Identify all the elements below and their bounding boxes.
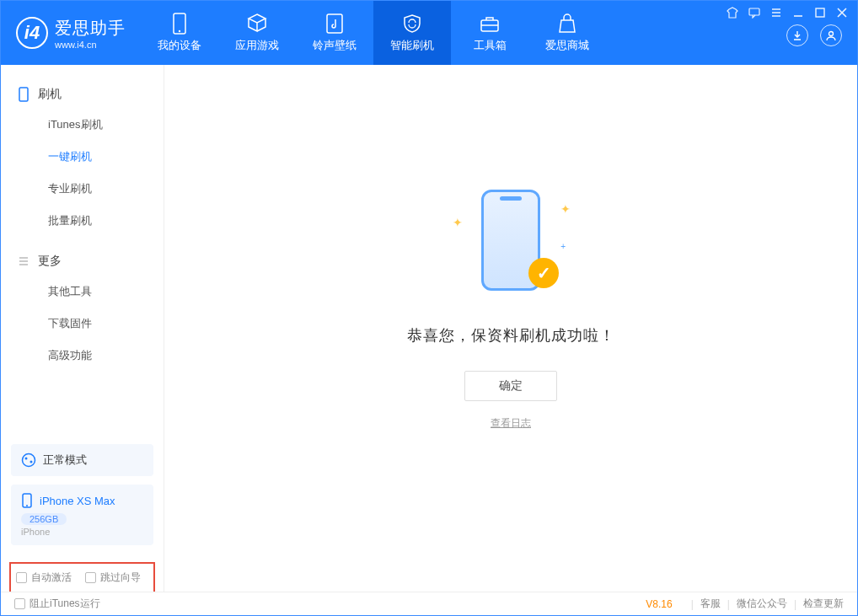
device-icon	[169, 13, 190, 35]
success-message: 恭喜您，保资料刷机成功啦！	[407, 325, 615, 345]
svg-point-9	[25, 458, 28, 460]
auto-activate-checkbox[interactable]: 自动激活	[16, 570, 72, 585]
svg-point-10	[30, 461, 33, 463]
nav-toolbox[interactable]: 工具箱	[451, 1, 528, 65]
nav-my-device[interactable]: 我的设备	[141, 1, 218, 65]
checkbox-label: 跳过向导	[100, 570, 141, 585]
sidebar-section-more: 更多	[1, 247, 164, 276]
check-badge-icon: ✓	[528, 258, 559, 288]
user-button[interactable]	[820, 24, 842, 46]
app-header: i4 爱思助手 www.i4.cn 我的设备 应用游戏 铃声壁纸 智能刷机 工具…	[1, 1, 857, 65]
sparkle-icon: +	[560, 242, 566, 251]
status-bar: 阻止iTunes运行 V8.16 | 客服 | 微信公众号 | 检查更新	[1, 592, 857, 615]
checkbox-label: 自动激活	[31, 570, 72, 585]
footer-link-support[interactable]: 客服	[700, 597, 721, 611]
device-card[interactable]: iPhone XS Max 256GB iPhone	[11, 485, 153, 545]
svg-point-12	[26, 505, 28, 506]
nav-apps-games[interactable]: 应用游戏	[218, 1, 296, 65]
nav-label: 应用游戏	[235, 38, 279, 53]
sidebar-item-download-firmware[interactable]: 下载固件	[1, 308, 164, 340]
phone-icon	[18, 87, 29, 102]
sidebar-item-itunes-flash[interactable]: iTunes刷机	[1, 109, 164, 141]
cube-icon	[246, 13, 268, 35]
footer-link-wechat[interactable]: 微信公众号	[737, 597, 787, 611]
sparkle-icon: ✦	[560, 202, 571, 216]
svg-rect-2	[327, 14, 342, 33]
nav-label: 智能刷机	[390, 38, 434, 53]
refresh-shield-icon	[401, 13, 423, 35]
version-label: V8.16	[646, 598, 672, 610]
app-logo: i4 爱思助手 www.i4.cn	[1, 17, 141, 50]
checkbox-icon	[16, 572, 27, 583]
nav-smart-flash[interactable]: 智能刷机	[373, 1, 451, 65]
checkbox-icon	[14, 598, 25, 609]
block-itunes-checkbox[interactable]: 阻止iTunes运行	[14, 597, 100, 611]
checkbox-label: 阻止iTunes运行	[29, 597, 100, 611]
close-button[interactable]	[835, 6, 849, 19]
view-log-link[interactable]: 查看日志	[491, 416, 531, 431]
device-phone-icon	[21, 493, 33, 508]
svg-point-1	[179, 30, 180, 32]
sidebar-section-flash: 刷机	[1, 80, 164, 109]
footer-link-update[interactable]: 检查更新	[803, 597, 844, 611]
sidebar-item-batch-flash[interactable]: 批量刷机	[1, 205, 164, 237]
skip-guide-checkbox[interactable]: 跳过向导	[85, 570, 141, 585]
menu-icon[interactable]	[770, 6, 783, 19]
music-file-icon	[324, 13, 346, 35]
app-subtitle: www.i4.cn	[55, 40, 126, 50]
sidebar-item-oneclick-flash[interactable]: 一键刷机	[1, 141, 164, 173]
ok-button[interactable]: 确定	[464, 371, 557, 401]
logo-icon: i4	[16, 17, 48, 49]
main-content: ✦ ✦ + ✓ 恭喜您，保资料刷机成功啦！ 确定 查看日志	[164, 65, 857, 593]
shirt-icon[interactable]	[726, 6, 739, 19]
nav-label: 我的设备	[158, 38, 201, 53]
mode-label: 正常模式	[43, 453, 87, 468]
storage-badge: 256GB	[21, 513, 67, 525]
svg-rect-7	[19, 88, 28, 101]
maximize-button[interactable]	[813, 6, 827, 19]
download-button[interactable]	[786, 24, 808, 46]
main-nav: 我的设备 应用游戏 铃声壁纸 智能刷机 工具箱 爱思商城	[141, 1, 606, 65]
sidebar: 刷机 iTunes刷机 一键刷机 专业刷机 批量刷机 更多 其他工具 下载固件 …	[1, 65, 164, 593]
sidebar-item-other-tools[interactable]: 其他工具	[1, 276, 164, 308]
svg-point-8	[23, 454, 35, 467]
device-type: iPhone	[21, 527, 143, 537]
nav-store[interactable]: 爱思商城	[528, 1, 606, 65]
svg-point-6	[829, 32, 834, 36]
app-title: 爱思助手	[55, 17, 126, 40]
success-illustration: ✦ ✦ + ✓	[448, 185, 574, 295]
svg-rect-5	[816, 8, 824, 17]
highlighted-options-row: 自动激活 跳过向导	[9, 562, 155, 593]
nav-label: 工具箱	[474, 38, 507, 53]
section-title: 更多	[38, 254, 62, 269]
minimize-button[interactable]	[791, 6, 805, 19]
window-controls	[726, 6, 849, 19]
nav-ringtone-wallpaper[interactable]: 铃声壁纸	[296, 1, 373, 65]
feedback-icon[interactable]	[748, 6, 761, 19]
svg-rect-4	[749, 8, 759, 15]
mode-icon	[21, 453, 36, 468]
list-icon	[18, 255, 29, 267]
bag-icon	[556, 13, 578, 35]
sidebar-item-advanced[interactable]: 高级功能	[1, 340, 164, 372]
nav-label: 铃声壁纸	[313, 38, 357, 53]
checkbox-icon	[85, 572, 96, 583]
nav-label: 爱思商城	[545, 38, 589, 53]
sparkle-icon: ✦	[453, 216, 463, 229]
mode-card[interactable]: 正常模式	[11, 444, 153, 476]
toolbox-icon	[479, 13, 501, 35]
device-name: iPhone XS Max	[40, 495, 115, 507]
sidebar-item-pro-flash[interactable]: 专业刷机	[1, 173, 164, 205]
section-title: 刷机	[38, 87, 62, 102]
